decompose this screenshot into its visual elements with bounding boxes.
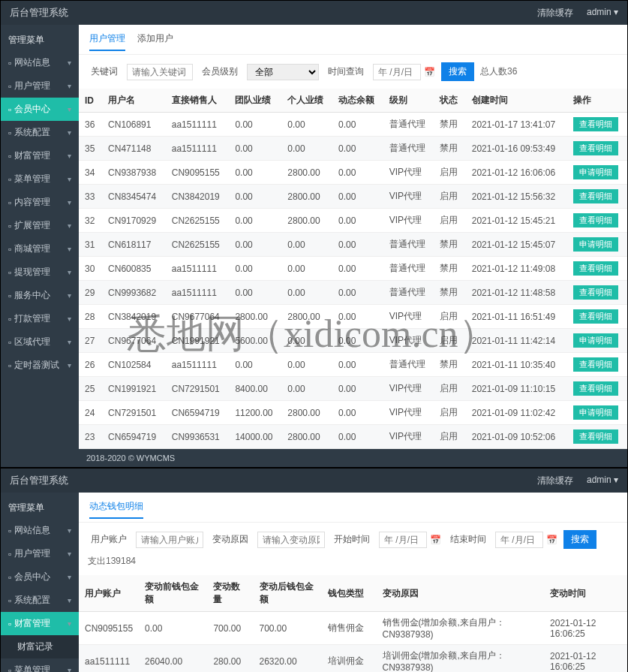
calendar-icon[interactable]: 📅	[424, 67, 435, 77]
sidebar-item-5[interactable]: ▫菜单管理▾	[1, 658, 79, 672]
table-row: 35CN471148aa15111110.000.000.00普通代理禁用202…	[79, 137, 627, 161]
level-select[interactable]: 全部	[247, 64, 319, 80]
sidebar-item-1[interactable]: ▫用户管理▾	[1, 542, 79, 565]
sidebar-item-3[interactable]: ▫系统配置▾	[1, 121, 79, 144]
sidebar-subitem[interactable]: 财富记录	[1, 635, 79, 658]
sidebar: 管理菜单 ▫网站信息▾▫用户管理▾▫会员中心▾▫系统配置▾▫财富管理▾▫菜单管理…	[1, 25, 79, 467]
chevron-down-icon: ▾	[68, 152, 71, 160]
sidebar-item-2[interactable]: ▫会员中心▾	[1, 565, 79, 589]
sidebar-item-6[interactable]: ▫内容管理▾	[1, 191, 79, 214]
detail-button[interactable]: 查看明细	[573, 117, 618, 131]
chevron-down-icon: ▾	[614, 475, 618, 485]
column-header: 团队业绩	[229, 89, 281, 113]
total-out: 支出139184	[88, 555, 136, 568]
detail-button[interactable]: 查看明细	[573, 189, 618, 203]
calendar-icon[interactable]: 📅	[430, 535, 441, 545]
search-button[interactable]: 搜索	[441, 62, 474, 81]
sidebar-item-10[interactable]: ▫服务中心▾	[1, 284, 79, 307]
footer-copyright: 2018-2020 © WYMCMS	[79, 449, 627, 467]
sidebar-item-8[interactable]: ▫商城管理▾	[1, 237, 79, 261]
users-icon: ▫	[8, 549, 11, 559]
sidebar-item-2[interactable]: ▫会员中心▾	[1, 98, 79, 121]
keyword-input[interactable]	[127, 64, 193, 80]
money-icon: ▫	[8, 267, 11, 278]
chevron-down-icon: ▾	[68, 59, 71, 67]
start-date-input[interactable]	[379, 532, 427, 548]
detail-button[interactable]: 申请明细	[573, 237, 618, 252]
tab-0[interactable]: 用户管理	[89, 32, 125, 51]
reason-input[interactable]	[257, 532, 325, 548]
chevron-down-icon: ▾	[68, 596, 71, 604]
detail-button[interactable]: 申请明细	[573, 333, 618, 348]
sidebar-item-4[interactable]: ▫财富管理▾	[1, 144, 79, 167]
table-row: CN90951550.00700.00700.00销售佣金销售佣金(增加余额,来…	[79, 612, 627, 645]
user-menu[interactable]: admin ▾	[587, 7, 618, 20]
tab-0[interactable]: 动态钱包明细	[89, 500, 143, 519]
column-header: ID	[79, 89, 102, 113]
app-title: 后台管理系统	[10, 6, 537, 20]
clear-cache-link[interactable]: 清除缓存	[537, 475, 573, 487]
sidebar-item-0[interactable]: ▫网站信息▾	[1, 519, 79, 542]
detail-button[interactable]: 查看明细	[573, 429, 618, 444]
sidebar-item-3[interactable]: ▫系统配置▾	[1, 589, 79, 612]
sidebar-item-9[interactable]: ▫提现管理▾	[1, 261, 79, 284]
chevron-down-icon: ▾	[68, 82, 71, 90]
column-header: 变动后钱包金额	[254, 575, 322, 612]
date-input[interactable]	[373, 64, 421, 80]
detail-button[interactable]: 查看明细	[573, 141, 618, 155]
member-icon: ▫	[8, 104, 11, 115]
end-label: 结束时间	[447, 533, 489, 546]
table-row: 31CN618117CN26251550.000.000.00普通代理禁用202…	[79, 233, 627, 257]
detail-button[interactable]: 查看明细	[573, 213, 618, 228]
chevron-down-icon: ▾	[68, 221, 71, 230]
chevron-down-icon: ▾	[68, 666, 71, 672]
doc-icon: ▫	[8, 197, 11, 208]
sidebar-item-1[interactable]: ▫用户管理▾	[1, 74, 79, 98]
topbar: 后台管理系统 清除缓存 admin ▾	[1, 1, 627, 25]
end-date-input[interactable]	[495, 532, 543, 548]
tabs: 用户管理添加用户	[79, 25, 627, 55]
sidebar-item-13[interactable]: ▫定时器测试▾	[1, 354, 79, 377]
chevron-down-icon: ▾	[68, 573, 71, 581]
chevron-down-icon: ▾	[68, 338, 71, 346]
detail-button[interactable]: 查看明细	[573, 357, 618, 372]
detail-button[interactable]: 查看明细	[573, 309, 618, 324]
chart-icon: ▫	[8, 151, 11, 161]
column-header: 动态余额	[332, 89, 383, 113]
chevron-down-icon: ▾	[68, 526, 71, 535]
table-row: 23CN6594719CN993653114000.002800.000.00V…	[79, 425, 627, 449]
detail-button[interactable]: 查看明细	[573, 381, 618, 396]
clear-cache-link[interactable]: 清除缓存	[537, 7, 573, 20]
sidebar-item-0[interactable]: ▫网站信息▾	[1, 51, 79, 74]
chevron-down-icon: ▾	[68, 128, 71, 137]
app-title: 后台管理系统	[10, 474, 537, 487]
filter-bar: 用户账户 变动原因 开始时间 📅 结束时间 📅 搜索 支出139184	[79, 523, 627, 575]
detail-button[interactable]: 申请明细	[573, 405, 618, 420]
users-icon: ▫	[8, 81, 11, 92]
column-header: 变动时间	[544, 575, 627, 612]
chevron-down-icon: ▾	[68, 268, 71, 276]
chevron-down-icon: ▾	[614, 7, 618, 17]
detail-button[interactable]: 查看明细	[573, 285, 618, 300]
user-menu[interactable]: admin ▾	[587, 475, 618, 487]
detail-button[interactable]: 申请明细	[573, 165, 618, 179]
sidebar-item-11[interactable]: ▫打款管理▾	[1, 307, 79, 330]
chart-icon: ▫	[8, 619, 11, 629]
detail-button[interactable]: 查看明细	[573, 261, 618, 276]
column-header: 操作	[567, 89, 627, 113]
table-row: 27CN9677064CN19919215600.000.000.00VIP代理…	[79, 329, 627, 353]
chevron-down-icon: ▾	[68, 361, 71, 369]
sidebar-item-7[interactable]: ▫扩展管理▾	[1, 214, 79, 237]
column-header: 变动数量	[207, 575, 253, 612]
tabs: 动态钱包明细	[79, 493, 627, 523]
account-input[interactable]	[136, 532, 203, 548]
chevron-down-icon: ▾	[68, 315, 71, 323]
search-button[interactable]: 搜索	[563, 530, 596, 549]
sidebar-item-4[interactable]: ▫财富管理▾	[1, 612, 79, 635]
sidebar-item-12[interactable]: ▫区域代理▾	[1, 330, 79, 354]
calendar-icon[interactable]: 📅	[546, 535, 557, 545]
table-row: aa151111126040.00280.0026320.00培训佣金培训佣金(…	[79, 645, 627, 673]
menu-header: 管理菜单	[1, 497, 79, 519]
tab-1[interactable]: 添加用户	[137, 32, 173, 51]
sidebar-item-5[interactable]: ▫菜单管理▾	[1, 167, 79, 191]
